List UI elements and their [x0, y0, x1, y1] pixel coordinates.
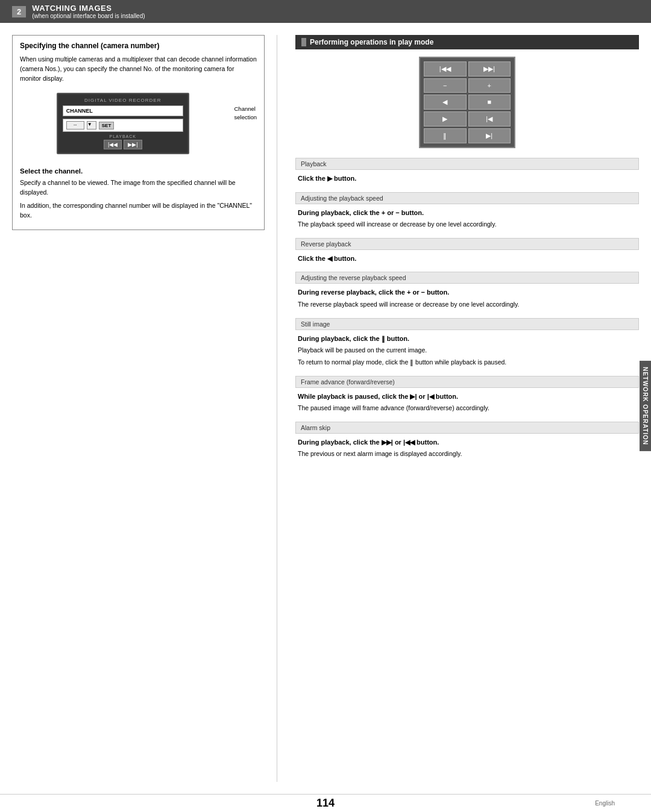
op-header-2: Reverse playback — [295, 238, 639, 250]
dvr-mockup: DIGITAL VIDEO RECORDER CHANNEL -- ▼ SET … — [57, 93, 189, 154]
right-column: Performing operations in play mode |◀◀ ▶… — [289, 35, 639, 782]
header-text: WATCHING IMAGES (when optional interface… — [32, 4, 145, 19]
op-header-5: Frame advance (forward/reverse) — [295, 376, 639, 388]
page-content: Specifying the channel (camera number) W… — [0, 23, 651, 794]
plus-button[interactable]: + — [468, 78, 511, 93]
header-title: WATCHING IMAGES — [32, 4, 145, 13]
still-button[interactable]: ‖ — [424, 128, 467, 143]
operations-list: PlaybackClick the ▶ button.Adjusting the… — [295, 158, 639, 459]
left-column: Specifying the channel (camera number) W… — [12, 35, 277, 782]
op-header-3: Adjusting the reverse playback speed — [295, 272, 639, 284]
dvr-channel-row: CHANNEL — [63, 105, 183, 116]
frame-rev-button[interactable]: |◀ — [468, 111, 511, 126]
button-grid: |◀◀ ▶▶| − + ◀ ■ ▶ |◀ ‖ ▶| — [419, 57, 515, 148]
dvr-rewind-button[interactable]: |◀◀ — [104, 140, 122, 149]
select-channel-desc1: Specify a channel to be viewed. The imag… — [20, 178, 257, 198]
op-main-action-3: During reverse playback, click the + or … — [298, 287, 637, 298]
op-body-2: Click the ◀ button. — [295, 254, 639, 264]
dvr-select[interactable]: ▼ — [87, 121, 96, 130]
op-detail-4-1: To return to normal play mode, click the… — [298, 358, 637, 367]
operation-section-6: Alarm skipDuring playback, click the ▶▶|… — [295, 422, 639, 459]
op-body-3: During reverse playback, click the + or … — [295, 287, 639, 309]
dvr-channel-label: CHANNEL — [66, 108, 93, 114]
op-detail-4-0: Playback will be paused on the current i… — [298, 346, 637, 355]
dvr-set-button[interactable]: SET — [99, 122, 115, 130]
op-body-4: During playback, click the ‖ button.Play… — [295, 334, 639, 367]
op-body-1: During playback, click the + or − button… — [295, 208, 639, 230]
dvr-input[interactable]: -- — [66, 121, 84, 130]
header-bar: 2 WATCHING IMAGES (when optional interfa… — [0, 0, 651, 23]
operation-section-5: Frame advance (forward/reverse)While pla… — [295, 376, 639, 413]
dvr-btn-row: |◀◀ ▶▶| — [63, 140, 183, 149]
dvr-playback-label: PLAYBACK — [63, 134, 183, 139]
play-mode-title: Performing operations in play mode — [310, 38, 433, 46]
op-header-0: Playback — [295, 158, 639, 170]
select-channel-desc2: In addition, the corresponding channel n… — [20, 201, 257, 220]
channel-section: Specifying the channel (camera number) W… — [12, 35, 265, 230]
op-detail-1-0: The playback speed will increase or decr… — [298, 220, 637, 230]
op-main-action-6: During playback, click the ▶▶| or |◀◀ bu… — [298, 437, 637, 448]
operation-section-1: Adjusting the playback speedDuring playb… — [295, 192, 639, 230]
page-lang: English — [595, 800, 615, 807]
op-main-action-2: Click the ◀ button. — [298, 254, 637, 264]
header-subtitle: (when optional interface board is instal… — [32, 13, 145, 19]
chapter-number: 2 — [12, 6, 26, 17]
op-header-6: Alarm skip — [295, 422, 639, 434]
play-mode-header: Performing operations in play mode — [295, 35, 639, 49]
dvr-fastforward-button[interactable]: ▶▶| — [124, 140, 142, 149]
select-channel-title: Select the channel. — [20, 167, 257, 175]
op-detail-5-0: The paused image will frame advance (for… — [298, 404, 637, 413]
sidebar-vertical: NETWORK OPERATION — [640, 361, 651, 451]
stop-button[interactable]: ■ — [468, 95, 511, 110]
op-body-5: While playback is paused, click the ▶| o… — [295, 392, 639, 413]
minus-button[interactable]: − — [424, 78, 467, 93]
operation-section-3: Adjusting the reverse playback speedDuri… — [295, 272, 639, 309]
play-button[interactable]: ▶ — [424, 111, 467, 126]
op-main-action-5: While playback is paused, click the ▶| o… — [298, 392, 637, 402]
select-channel-section: Select the channel. Specify a channel to… — [20, 167, 257, 220]
page-number: 114 — [12, 797, 639, 810]
operation-section-2: Reverse playbackClick the ◀ button. — [295, 238, 639, 264]
op-body-0: Click the ▶ button. — [295, 173, 639, 184]
rev-button[interactable]: ◀ — [424, 95, 467, 110]
op-header-1: Adjusting the playback speed — [295, 192, 639, 204]
channel-annotation: Channelselection — [234, 105, 257, 121]
op-main-action-4: During playback, click the ‖ button. — [298, 334, 637, 344]
dvr-input-row: -- ▼ SET — [63, 119, 183, 132]
operation-section-0: PlaybackClick the ▶ button. — [295, 158, 639, 184]
dvr-label: DIGITAL VIDEO RECORDER — [63, 98, 183, 103]
skip-fwd-button[interactable]: ▶▶| — [468, 61, 511, 77]
op-detail-3-0: The reverse playback speed will increase… — [298, 300, 637, 310]
op-detail-6-0: The previous or next alarm image is disp… — [298, 449, 637, 459]
op-main-action-0: Click the ▶ button. — [298, 173, 637, 184]
channel-intro: When using multiple cameras and a multip… — [20, 55, 257, 83]
channel-section-title: Specifying the channel (camera number) — [20, 42, 257, 50]
op-header-4: Still image — [295, 318, 639, 330]
dvr-wrapper: DIGITAL VIDEO RECORDER CHANNEL -- ▼ SET … — [20, 87, 257, 160]
op-body-6: During playback, click the ▶▶| or |◀◀ bu… — [295, 437, 639, 459]
frame-fwd-button[interactable]: ▶| — [468, 128, 511, 143]
skip-back-button[interactable]: |◀◀ — [424, 61, 467, 77]
operation-section-4: Still imageDuring playback, click the ‖ … — [295, 318, 639, 367]
sidebar-text: NETWORK OPERATION — [642, 367, 649, 445]
op-main-action-1: During playback, click the + or − button… — [298, 208, 637, 218]
